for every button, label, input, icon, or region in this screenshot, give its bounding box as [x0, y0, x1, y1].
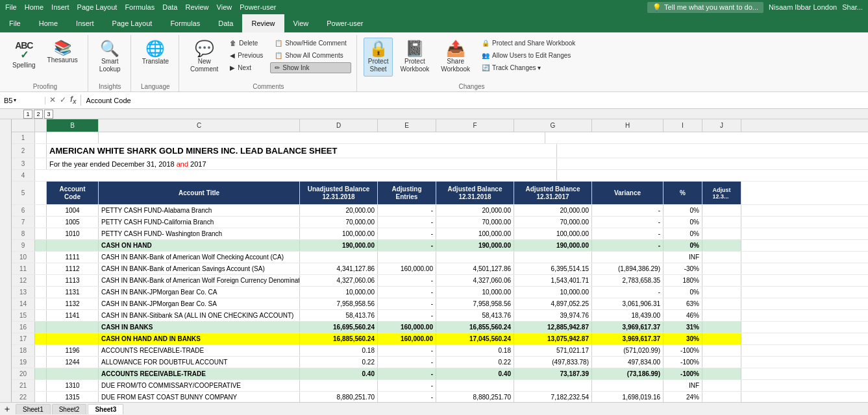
cell-title-8[interactable]: PETTY CASH FUND- Washington Branch — [99, 228, 300, 239]
col-header-a[interactable] — [35, 119, 47, 132]
col-header-c[interactable]: C — [99, 119, 300, 132]
menu-home[interactable]: Home — [25, 3, 43, 11]
cell-adj2017-17[interactable]: 13,075,942.87 — [514, 333, 592, 344]
cell-variance-17[interactable]: 3,969,617.37 — [592, 333, 663, 344]
cell-unadj-15[interactable]: 58,413.76 — [300, 310, 378, 321]
cell-pct-20[interactable]: -100% — [663, 368, 702, 379]
cell-a-16[interactable] — [35, 322, 47, 333]
cell-pct-16[interactable]: 31% — [663, 322, 702, 333]
cell-extra-6[interactable] — [702, 205, 741, 216]
cell-title-18[interactable]: ACCOUNTS RECEIVABLE-TRADE — [99, 345, 300, 356]
cell-unadj-13[interactable]: 10,000.00 — [300, 287, 378, 298]
cell-a-12[interactable] — [35, 275, 47, 286]
cell-a-14[interactable] — [35, 298, 47, 309]
col-header-h[interactable]: H — [592, 119, 663, 132]
cell-a-18[interactable] — [35, 345, 47, 356]
cell-variance-21[interactable] — [592, 380, 663, 391]
cell-adj2018-16[interactable]: 16,855,560.24 — [436, 322, 514, 333]
cell-pct-7[interactable]: 0% — [663, 217, 702, 228]
tab-data[interactable]: Data — [209, 14, 242, 32]
cell-unadj-19[interactable]: 0.22 — [300, 357, 378, 368]
cell-pct-14[interactable]: 63% — [663, 298, 702, 309]
cell-title-13[interactable]: CASH IN BANK-JPMorgan Bear Co. CA — [99, 287, 300, 298]
cell-pct-8[interactable]: 0% — [663, 228, 702, 239]
cell-b1[interactable] — [47, 132, 99, 143]
cell-unadj-18[interactable]: 0.18 — [300, 345, 378, 356]
cell-adjent-20[interactable]: - — [378, 368, 436, 379]
cell-code-14[interactable]: 1132 — [47, 298, 99, 309]
cell-extra-19[interactable] — [702, 357, 741, 368]
confirm-formula-icon[interactable]: ✓ — [60, 95, 66, 104]
protect-workbook-button[interactable]: 📓 ProtectWorkbook — [395, 38, 434, 77]
cell-4-empty[interactable] — [35, 170, 557, 181]
cell-adj2017-6[interactable]: 20,000.00 — [514, 205, 592, 216]
cell-code-10[interactable]: 1111 — [47, 252, 99, 263]
cell-adj2018-22[interactable]: 8,880,251.70 — [436, 392, 514, 402]
cell-a1[interactable] — [35, 132, 47, 143]
tab-power-user[interactable]: Power-user — [317, 14, 372, 32]
cell-code-11[interactable]: 1112 — [47, 263, 99, 274]
spelling-button[interactable]: ABC✓ Spelling — [8, 38, 40, 73]
cell-title-22[interactable]: DUE FROM EAST COAST BUNNY COMPANY — [99, 392, 300, 402]
cell-adj2018-9[interactable]: 190,000.00 — [436, 240, 514, 251]
new-comment-button[interactable]: 💬 NewComment — [186, 38, 223, 77]
add-sheet-button[interactable]: ＋ — [3, 403, 12, 415]
cell-code-12[interactable]: 1113 — [47, 275, 99, 286]
header-adj-balance-2018[interactable]: Adjusted Balance12.31.2018 — [436, 182, 514, 204]
cell-adjent-16[interactable]: 160,000.00 — [378, 322, 436, 333]
cell-title-6[interactable]: PETTY CASH FUND-Alabama Branch — [99, 205, 300, 216]
cell-variance-19[interactable]: 497,834.00 — [592, 357, 663, 368]
cell-title-7[interactable]: PETTY CASH FUND-California Branch — [99, 217, 300, 228]
formula-input[interactable] — [81, 97, 868, 104]
previous-button[interactable]: ◀Previous — [225, 50, 267, 61]
cell-unadj-22[interactable]: 8,880,251.70 — [300, 392, 378, 402]
menu-insert[interactable]: Insert — [51, 3, 69, 11]
menu-file[interactable]: File — [5, 3, 17, 11]
cell-code-20[interactable] — [47, 368, 99, 379]
cell-adjent-19[interactable]: - — [378, 357, 436, 368]
cell-extra-13[interactable] — [702, 287, 741, 298]
header-adj-next[interactable]: Adjust12.3... — [702, 182, 741, 204]
cell-adj2018-18[interactable]: 0.18 — [436, 345, 514, 356]
cell-adj2017-21[interactable] — [514, 380, 592, 391]
cell-unadj-21[interactable] — [300, 380, 378, 391]
header-unadj-balance[interactable]: Unadjusted Balance12.31.2018 — [300, 182, 378, 204]
cell-adj2017-10[interactable] — [514, 252, 592, 263]
cell-extra-8[interactable] — [702, 228, 741, 239]
cell-adj2017-13[interactable]: 10,000.00 — [514, 287, 592, 298]
cell-unadj-10[interactable] — [300, 252, 378, 263]
cell-adj2018-15[interactable]: 58,413.76 — [436, 310, 514, 321]
outline-level-2[interactable]: 2 — [34, 110, 43, 119]
cell-adj2017-7[interactable]: 70,000.00 — [514, 217, 592, 228]
cell-adj2018-13[interactable]: 10,000.00 — [436, 287, 514, 298]
cell-unadj-20[interactable]: 0.40 — [300, 368, 378, 379]
cell-adj2017-12[interactable]: 1,543,401.71 — [514, 275, 592, 286]
cell-adjent-9[interactable]: - — [378, 240, 436, 251]
tab-review[interactable]: Review — [242, 14, 284, 32]
cell-extra-15[interactable] — [702, 310, 741, 321]
cell-adj2018-7[interactable]: 70,000.00 — [436, 217, 514, 228]
cell-unadj-16[interactable]: 16,695,560.24 — [300, 322, 378, 333]
track-changes-button[interactable]: 🔄Track Changes ▾ — [477, 62, 580, 73]
cell-code-21[interactable]: 1310 — [47, 380, 99, 391]
cell-pct-11[interactable]: -30% — [663, 263, 702, 274]
cell-code-8[interactable]: 1010 — [47, 228, 99, 239]
cell-pct-10[interactable]: INF — [663, 252, 702, 263]
col-header-d[interactable]: D — [300, 119, 378, 132]
cell-extra-22[interactable] — [702, 392, 741, 402]
cell-variance-8[interactable]: - — [592, 228, 663, 239]
smart-lookup-button[interactable]: 🔍 SmartLookup — [95, 38, 125, 77]
tab-file[interactable]: File — [0, 14, 30, 32]
cell-pct-6[interactable]: 0% — [663, 205, 702, 216]
menu-page-layout[interactable]: Page Layout — [77, 3, 118, 11]
cell-variance-11[interactable]: (1,894,386.29) — [592, 263, 663, 274]
search-box[interactable]: 💡 Tell me what you want to do... — [647, 2, 763, 13]
show-ink-button[interactable]: ✏Show Ink — [270, 62, 351, 73]
tab-insert[interactable]: Insert — [67, 14, 103, 32]
sheet-tab-2[interactable]: Sheet2 — [52, 404, 87, 414]
cell-a-20[interactable] — [35, 368, 47, 379]
cell-adj2017-9[interactable]: 190,000.00 — [514, 240, 592, 251]
cell-title-14[interactable]: CASH IN BANK-JPMorgan Bear Co. SA — [99, 298, 300, 309]
header-adj-entries[interactable]: AdjustingEntries — [378, 182, 436, 204]
cell-adj2017-14[interactable]: 4,897,052.25 — [514, 298, 592, 309]
